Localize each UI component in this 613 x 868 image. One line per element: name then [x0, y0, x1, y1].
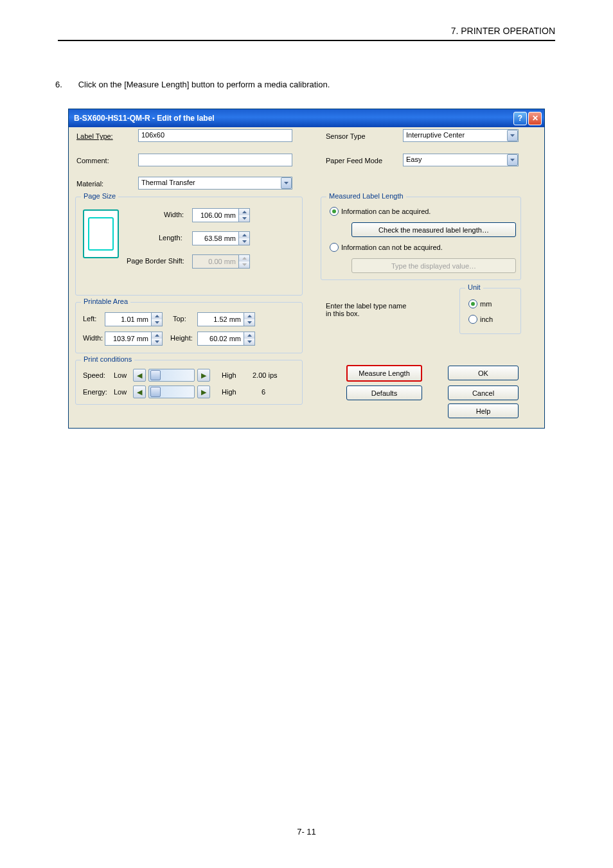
energy-value: 6: [262, 388, 265, 396]
page-number: 7- 11: [58, 827, 555, 837]
comment-label: Comment:: [76, 157, 109, 164]
chevron-up-icon[interactable]: [239, 232, 249, 238]
page-size-legend: Page Size: [81, 192, 118, 200]
radio-icon: [468, 315, 477, 324]
chevron-down-icon: [239, 261, 249, 268]
chevron-down-icon[interactable]: [507, 130, 518, 141]
chevron-down-icon[interactable]: [152, 339, 162, 345]
radio-label: inch: [480, 315, 493, 323]
material-combo[interactable]: Thermal Transfer: [138, 177, 292, 190]
type-value-button: Type the displayed value…: [351, 258, 516, 273]
label-preview: [83, 209, 119, 258]
radio-icon: [330, 207, 339, 216]
length-input[interactable]: [192, 231, 238, 245]
border-shift-input: [192, 254, 238, 269]
energy-slider[interactable]: ◀ ▶: [133, 385, 210, 398]
chevron-up-icon: [239, 255, 249, 261]
pa-height-input[interactable]: [197, 332, 244, 346]
paper-feed-combo[interactable]: Easy: [403, 154, 519, 166]
length-spin[interactable]: [192, 231, 250, 245]
left-input[interactable]: [105, 312, 151, 326]
width-spin[interactable]: [192, 208, 250, 222]
help-button[interactable]: Help: [448, 403, 519, 418]
chevron-down-icon[interactable]: [244, 339, 254, 345]
energy-label: Energy:: [83, 388, 107, 396]
chevron-down-icon[interactable]: [507, 154, 518, 166]
chevron-up-icon[interactable]: [152, 332, 162, 339]
top-spin[interactable]: [197, 312, 255, 326]
check-length-button[interactable]: Check the measured label length…: [351, 222, 516, 237]
unit-legend: Unit: [465, 283, 483, 291]
paper-feed-label: Paper Feed Mode: [326, 157, 382, 164]
printable-area-legend: Printable Area: [81, 297, 130, 305]
speed-label: Speed:: [83, 371, 105, 379]
pa-height-spin[interactable]: [197, 332, 255, 346]
sensor-type-combo[interactable]: Interruptive Center: [403, 129, 519, 142]
arrow-left-icon[interactable]: ◀: [133, 369, 146, 382]
length-label: Length:: [159, 234, 182, 242]
radio-mm[interactable]: mm: [468, 299, 492, 308]
chevron-up-icon[interactable]: [244, 332, 254, 339]
instruction-text: Click on the [Measure Length] button to …: [78, 80, 330, 89]
sensor-type-label: Sensor Type: [326, 132, 366, 140]
speed-high-label: High: [222, 371, 236, 379]
measure-length-button[interactable]: Measure Length: [346, 365, 422, 382]
chevron-down-icon[interactable]: [239, 238, 249, 245]
speed-value: 2.00 ips: [253, 371, 278, 379]
instruction-line: 6. Click on the [Measure Length] button …: [58, 80, 555, 89]
arrow-left-icon[interactable]: ◀: [133, 385, 146, 398]
radio-inch[interactable]: inch: [468, 315, 493, 324]
speed-slider[interactable]: ◀ ▶: [133, 369, 210, 382]
border-shift-spin: [192, 254, 250, 269]
radio-info-not-acquired[interactable]: Information can not be acquired.: [330, 243, 443, 252]
enter-label-type-text: Enter the label type name in this box.: [326, 302, 409, 317]
label-type-label: Label Type:: [76, 132, 113, 140]
label-type-field[interactable]: 106x60: [138, 129, 292, 142]
left-spin[interactable]: [105, 312, 163, 326]
instruction-number: 6.: [66, 80, 76, 89]
radio-icon: [330, 243, 339, 252]
print-conditions-legend: Print conditions: [81, 355, 134, 363]
dialog-title: B-SX600-HS11-QM-R - Edit of the label: [74, 114, 512, 123]
radio-icon: [468, 299, 477, 308]
top-label: Top:: [173, 315, 186, 323]
comment-field[interactable]: [138, 154, 292, 166]
arrow-right-icon[interactable]: ▶: [197, 385, 210, 398]
cancel-button[interactable]: Cancel: [448, 385, 519, 400]
section-header: 7. PRINTER OPERATION: [58, 26, 555, 41]
edit-label-dialog: B-SX600-HS11-QM-R - Edit of the label ? …: [68, 109, 545, 429]
width-input[interactable]: [192, 208, 238, 222]
arrow-right-icon[interactable]: ▶: [197, 369, 210, 382]
radio-label: Information can not be acquired.: [341, 244, 443, 251]
pa-width-spin[interactable]: [105, 332, 163, 346]
material-label: Material:: [76, 180, 103, 188]
defaults-button[interactable]: Defaults: [346, 385, 422, 400]
border-shift-label: Page Border Shift:: [127, 257, 184, 265]
chevron-up-icon[interactable]: [239, 209, 249, 215]
unit-group: Unit: [459, 288, 521, 334]
close-icon[interactable]: ✕: [528, 112, 542, 125]
chevron-down-icon[interactable]: [239, 215, 249, 222]
printable-area-group: Printable Area: [75, 302, 303, 353]
chevron-down-icon[interactable]: [244, 319, 254, 326]
chevron-down-icon[interactable]: [281, 177, 292, 189]
help-icon[interactable]: ?: [513, 112, 527, 125]
radio-label: Information can be acquired.: [341, 208, 431, 215]
radio-info-acquired[interactable]: Information can be acquired.: [330, 207, 431, 216]
ok-button[interactable]: OK: [448, 366, 519, 380]
speed-low-label: Low: [114, 371, 127, 379]
pa-width-input[interactable]: [105, 332, 151, 346]
pa-width-label: Width:: [83, 334, 103, 342]
energy-high-label: High: [222, 388, 236, 396]
energy-low-label: Low: [114, 388, 127, 396]
pa-height-label: Height:: [170, 334, 193, 342]
measured-legend: Measured Label Length: [326, 192, 406, 200]
radio-label: mm: [480, 300, 492, 308]
titlebar: B-SX600-HS11-QM-R - Edit of the label ? …: [69, 109, 544, 127]
chevron-down-icon[interactable]: [152, 319, 162, 326]
chevron-up-icon[interactable]: [152, 313, 162, 319]
chevron-up-icon[interactable]: [244, 313, 254, 319]
left-label: Left:: [83, 315, 96, 323]
top-input[interactable]: [197, 312, 244, 326]
width-label: Width:: [164, 211, 184, 218]
